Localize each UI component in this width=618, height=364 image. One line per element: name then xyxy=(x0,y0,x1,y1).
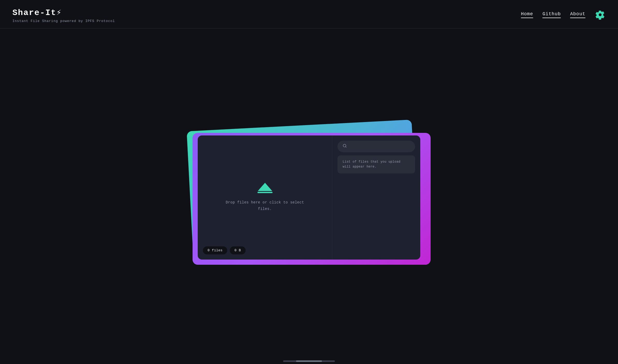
file-badges: 0 files 0 B xyxy=(203,246,246,254)
nav-about[interactable]: About xyxy=(570,11,585,18)
main-card: Drop files here or click to select files… xyxy=(198,135,420,260)
upload-icon-wrapper xyxy=(258,183,273,193)
upload-drop-text: Drop files here or click to select files… xyxy=(226,199,304,212)
file-count-badge: 0 files xyxy=(203,246,227,254)
brand-subtitle: Instant File Sharing powered by IPFS Pro… xyxy=(12,19,115,23)
scrollbar[interactable] xyxy=(283,360,335,362)
brand-title: Share-It⚡ xyxy=(12,7,115,18)
upload-arrow-icon xyxy=(258,183,272,191)
card-stack: Drop files here or click to select files… xyxy=(193,128,425,262)
search-icon xyxy=(343,144,347,149)
files-empty-message: List of files that you upload will appea… xyxy=(337,155,415,173)
scrollbar-thumb xyxy=(296,360,322,362)
gear-icon xyxy=(595,10,605,20)
main-content: Drop files here or click to select files… xyxy=(0,28,618,361)
files-panel: List of files that you upload will appea… xyxy=(332,135,420,260)
settings-button[interactable] xyxy=(595,9,606,20)
nav-home[interactable]: Home xyxy=(521,11,533,18)
header: Share-It⚡ Instant File Sharing powered b… xyxy=(0,0,618,28)
main-nav: Home Github About xyxy=(521,7,606,20)
search-bar[interactable] xyxy=(337,141,415,152)
nav-github[interactable]: Github xyxy=(542,11,561,18)
upload-dropzone[interactable]: Drop files here or click to select files… xyxy=(198,135,332,260)
brand: Share-It⚡ Instant File Sharing powered b… xyxy=(12,7,115,23)
svg-line-1 xyxy=(345,147,346,147)
file-size-badge: 0 B xyxy=(230,246,246,254)
upload-line-icon xyxy=(258,192,273,193)
search-input[interactable] xyxy=(350,145,410,149)
